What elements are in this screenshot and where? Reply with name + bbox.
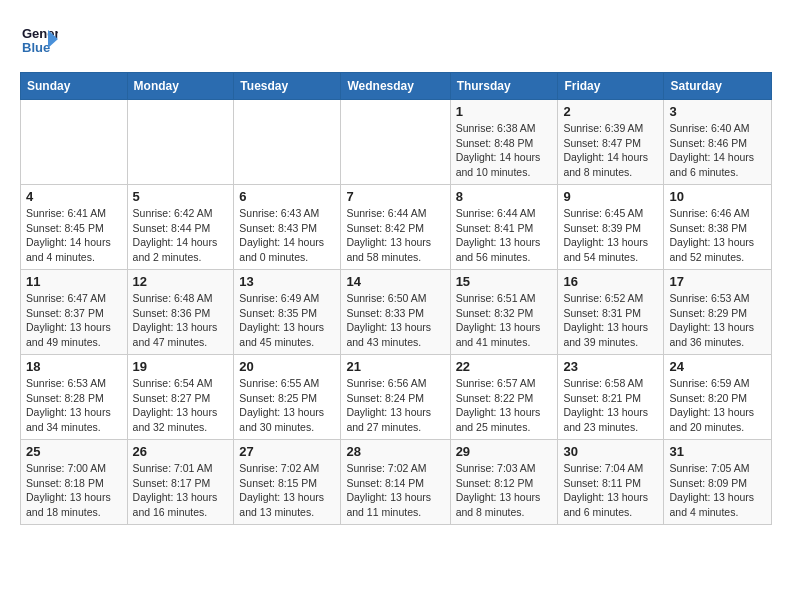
header-saturday: Saturday: [664, 73, 772, 100]
calendar-cell-w4-d4: 21Sunrise: 6:56 AM Sunset: 8:24 PM Dayli…: [341, 355, 450, 440]
header-friday: Friday: [558, 73, 664, 100]
day-info: Sunrise: 6:54 AM Sunset: 8:27 PM Dayligh…: [133, 376, 229, 435]
day-number: 29: [456, 444, 553, 459]
calendar-cell-w3-d6: 16Sunrise: 6:52 AM Sunset: 8:31 PM Dayli…: [558, 270, 664, 355]
calendar-cell-w5-d6: 30Sunrise: 7:04 AM Sunset: 8:11 PM Dayli…: [558, 440, 664, 525]
calendar-cell-w1-d1: [21, 100, 128, 185]
calendar-cell-w4-d7: 24Sunrise: 6:59 AM Sunset: 8:20 PM Dayli…: [664, 355, 772, 440]
day-info: Sunrise: 6:49 AM Sunset: 8:35 PM Dayligh…: [239, 291, 335, 350]
week-row-1: 1Sunrise: 6:38 AM Sunset: 8:48 PM Daylig…: [21, 100, 772, 185]
day-info: Sunrise: 6:50 AM Sunset: 8:33 PM Dayligh…: [346, 291, 444, 350]
day-number: 13: [239, 274, 335, 289]
calendar-cell-w2-d6: 9Sunrise: 6:45 AM Sunset: 8:39 PM Daylig…: [558, 185, 664, 270]
day-info: Sunrise: 6:42 AM Sunset: 8:44 PM Dayligh…: [133, 206, 229, 265]
day-number: 28: [346, 444, 444, 459]
calendar-cell-w5-d3: 27Sunrise: 7:02 AM Sunset: 8:15 PM Dayli…: [234, 440, 341, 525]
day-info: Sunrise: 6:44 AM Sunset: 8:41 PM Dayligh…: [456, 206, 553, 265]
day-number: 19: [133, 359, 229, 374]
calendar-cell-w2-d1: 4Sunrise: 6:41 AM Sunset: 8:45 PM Daylig…: [21, 185, 128, 270]
week-row-3: 11Sunrise: 6:47 AM Sunset: 8:37 PM Dayli…: [21, 270, 772, 355]
calendar-cell-w2-d4: 7Sunrise: 6:44 AM Sunset: 8:42 PM Daylig…: [341, 185, 450, 270]
header-thursday: Thursday: [450, 73, 558, 100]
day-number: 8: [456, 189, 553, 204]
day-info: Sunrise: 6:39 AM Sunset: 8:47 PM Dayligh…: [563, 121, 658, 180]
day-info: Sunrise: 6:53 AM Sunset: 8:28 PM Dayligh…: [26, 376, 122, 435]
day-number: 30: [563, 444, 658, 459]
calendar-cell-w2-d7: 10Sunrise: 6:46 AM Sunset: 8:38 PM Dayli…: [664, 185, 772, 270]
day-info: Sunrise: 7:04 AM Sunset: 8:11 PM Dayligh…: [563, 461, 658, 520]
day-number: 2: [563, 104, 658, 119]
day-number: 1: [456, 104, 553, 119]
day-number: 3: [669, 104, 766, 119]
svg-text:Blue: Blue: [22, 40, 50, 55]
calendar-cell-w5-d2: 26Sunrise: 7:01 AM Sunset: 8:17 PM Dayli…: [127, 440, 234, 525]
day-number: 10: [669, 189, 766, 204]
day-info: Sunrise: 6:57 AM Sunset: 8:22 PM Dayligh…: [456, 376, 553, 435]
calendar-cell-w5-d5: 29Sunrise: 7:03 AM Sunset: 8:12 PM Dayli…: [450, 440, 558, 525]
header-tuesday: Tuesday: [234, 73, 341, 100]
calendar-cell-w5-d7: 31Sunrise: 7:05 AM Sunset: 8:09 PM Dayli…: [664, 440, 772, 525]
calendar-cell-w2-d3: 6Sunrise: 6:43 AM Sunset: 8:43 PM Daylig…: [234, 185, 341, 270]
header-monday: Monday: [127, 73, 234, 100]
calendar-cell-w4-d6: 23Sunrise: 6:58 AM Sunset: 8:21 PM Dayli…: [558, 355, 664, 440]
week-row-5: 25Sunrise: 7:00 AM Sunset: 8:18 PM Dayli…: [21, 440, 772, 525]
day-info: Sunrise: 7:03 AM Sunset: 8:12 PM Dayligh…: [456, 461, 553, 520]
day-number: 18: [26, 359, 122, 374]
day-number: 15: [456, 274, 553, 289]
calendar-cell-w1-d7: 3Sunrise: 6:40 AM Sunset: 8:46 PM Daylig…: [664, 100, 772, 185]
calendar-cell-w1-d6: 2Sunrise: 6:39 AM Sunset: 8:47 PM Daylig…: [558, 100, 664, 185]
day-number: 4: [26, 189, 122, 204]
day-info: Sunrise: 6:53 AM Sunset: 8:29 PM Dayligh…: [669, 291, 766, 350]
calendar-cell-w3-d2: 12Sunrise: 6:48 AM Sunset: 8:36 PM Dayli…: [127, 270, 234, 355]
day-number: 25: [26, 444, 122, 459]
calendar-cell-w2-d5: 8Sunrise: 6:44 AM Sunset: 8:41 PM Daylig…: [450, 185, 558, 270]
day-info: Sunrise: 7:01 AM Sunset: 8:17 PM Dayligh…: [133, 461, 229, 520]
day-info: Sunrise: 6:44 AM Sunset: 8:42 PM Dayligh…: [346, 206, 444, 265]
calendar-cell-w1-d2: [127, 100, 234, 185]
calendar-cell-w4-d3: 20Sunrise: 6:55 AM Sunset: 8:25 PM Dayli…: [234, 355, 341, 440]
calendar-cell-w3-d4: 14Sunrise: 6:50 AM Sunset: 8:33 PM Dayli…: [341, 270, 450, 355]
day-number: 5: [133, 189, 229, 204]
day-number: 22: [456, 359, 553, 374]
day-number: 16: [563, 274, 658, 289]
calendar-cell-w5-d4: 28Sunrise: 7:02 AM Sunset: 8:14 PM Dayli…: [341, 440, 450, 525]
calendar-cell-w5-d1: 25Sunrise: 7:00 AM Sunset: 8:18 PM Dayli…: [21, 440, 128, 525]
calendar-header-row: SundayMondayTuesdayWednesdayThursdayFrid…: [21, 73, 772, 100]
day-number: 11: [26, 274, 122, 289]
day-info: Sunrise: 6:40 AM Sunset: 8:46 PM Dayligh…: [669, 121, 766, 180]
logo: General Blue: [20, 20, 64, 62]
day-number: 12: [133, 274, 229, 289]
page-header: General Blue: [20, 20, 772, 62]
day-number: 24: [669, 359, 766, 374]
calendar-cell-w3-d1: 11Sunrise: 6:47 AM Sunset: 8:37 PM Dayli…: [21, 270, 128, 355]
day-info: Sunrise: 6:52 AM Sunset: 8:31 PM Dayligh…: [563, 291, 658, 350]
day-number: 6: [239, 189, 335, 204]
calendar-table: SundayMondayTuesdayWednesdayThursdayFrid…: [20, 72, 772, 525]
day-number: 7: [346, 189, 444, 204]
day-info: Sunrise: 7:02 AM Sunset: 8:15 PM Dayligh…: [239, 461, 335, 520]
header-sunday: Sunday: [21, 73, 128, 100]
day-number: 9: [563, 189, 658, 204]
calendar-cell-w1-d4: [341, 100, 450, 185]
day-number: 14: [346, 274, 444, 289]
calendar-cell-w3-d3: 13Sunrise: 6:49 AM Sunset: 8:35 PM Dayli…: [234, 270, 341, 355]
day-info: Sunrise: 6:51 AM Sunset: 8:32 PM Dayligh…: [456, 291, 553, 350]
day-number: 20: [239, 359, 335, 374]
week-row-4: 18Sunrise: 6:53 AM Sunset: 8:28 PM Dayli…: [21, 355, 772, 440]
calendar-cell-w1-d5: 1Sunrise: 6:38 AM Sunset: 8:48 PM Daylig…: [450, 100, 558, 185]
day-info: Sunrise: 6:47 AM Sunset: 8:37 PM Dayligh…: [26, 291, 122, 350]
calendar-cell-w2-d2: 5Sunrise: 6:42 AM Sunset: 8:44 PM Daylig…: [127, 185, 234, 270]
day-info: Sunrise: 6:41 AM Sunset: 8:45 PM Dayligh…: [26, 206, 122, 265]
day-number: 21: [346, 359, 444, 374]
logo-icon: General Blue: [20, 20, 58, 58]
day-number: 23: [563, 359, 658, 374]
day-info: Sunrise: 6:58 AM Sunset: 8:21 PM Dayligh…: [563, 376, 658, 435]
calendar-cell-w3-d7: 17Sunrise: 6:53 AM Sunset: 8:29 PM Dayli…: [664, 270, 772, 355]
day-number: 31: [669, 444, 766, 459]
calendar-cell-w4-d2: 19Sunrise: 6:54 AM Sunset: 8:27 PM Dayli…: [127, 355, 234, 440]
day-number: 27: [239, 444, 335, 459]
day-info: Sunrise: 7:00 AM Sunset: 8:18 PM Dayligh…: [26, 461, 122, 520]
day-info: Sunrise: 6:43 AM Sunset: 8:43 PM Dayligh…: [239, 206, 335, 265]
day-info: Sunrise: 6:48 AM Sunset: 8:36 PM Dayligh…: [133, 291, 229, 350]
day-info: Sunrise: 7:05 AM Sunset: 8:09 PM Dayligh…: [669, 461, 766, 520]
